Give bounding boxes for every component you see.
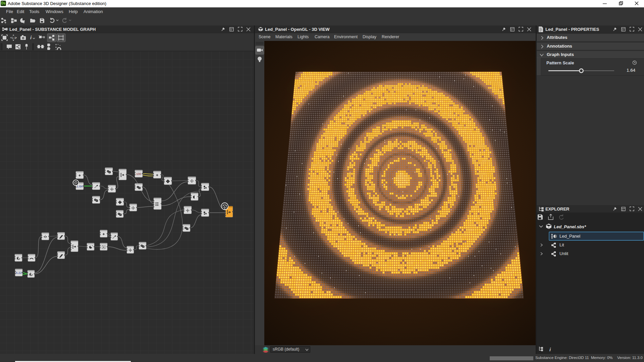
svg-text:i: i — [549, 347, 551, 352]
svg-text:1:1: 1:1 — [12, 36, 16, 40]
svg-text:5.22: 5.22 — [16, 271, 22, 275]
svg-text:Unlit: Unlit — [559, 251, 568, 256]
svg-text:100: 100 — [136, 172, 141, 176]
svg-text:i: i — [30, 35, 32, 40]
svg-text:Led_Panel: Led_Panel — [559, 234, 580, 239]
svg-text:Lit: Lit — [559, 242, 564, 247]
svg-text:Led_Panel.sbs*: Led_Panel.sbs* — [554, 224, 586, 229]
